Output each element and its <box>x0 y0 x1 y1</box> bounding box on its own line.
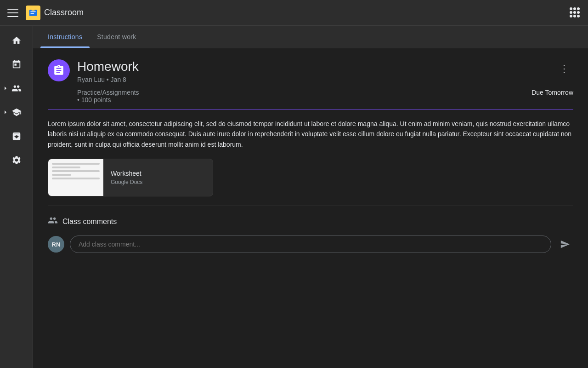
content-area: Instructions Student work Homework Ryan … <box>33 26 588 368</box>
sidebar-item-calendar[interactable] <box>4 53 29 75</box>
assignment-category: Practice/Assignments • 100 points <box>77 89 139 104</box>
comments-header: Class comments <box>48 215 573 228</box>
topbar: Classroom <box>0 0 588 26</box>
sidebar-item-people[interactable] <box>4 77 29 99</box>
comments-title: Class comments <box>62 218 117 226</box>
app-logo: Classroom <box>26 6 84 20</box>
sidebar-item-settings[interactable] <box>4 149 29 171</box>
tab-student-work[interactable]: Student work <box>90 26 143 48</box>
google-apps-button[interactable] <box>570 7 581 18</box>
assignment-title-area: Homework Ryan Luu • Jan 8 <box>77 59 548 83</box>
commenter-avatar: RN <box>48 236 64 253</box>
page-content: Homework Ryan Luu • Jan 8 ⋮ Practice/Ass… <box>33 48 588 368</box>
svg-rect-2 <box>30 13 34 14</box>
attachment-type: Google Docs <box>111 179 205 185</box>
assignment-icon <box>48 59 70 81</box>
attachment-name: Worksheet <box>111 170 205 177</box>
app-name: Classroom <box>44 8 84 17</box>
attachment-card[interactable]: Worksheet Google Docs <box>48 159 213 196</box>
assignment-due: Due Tomorrow <box>531 89 573 96</box>
attachment-info: Worksheet Google Docs <box>103 164 213 191</box>
svg-rect-1 <box>30 11 36 12</box>
main-layout: Instructions Student work Homework Ryan … <box>0 26 588 368</box>
svg-rect-3 <box>32 9 35 10</box>
tab-instructions[interactable]: Instructions <box>40 26 90 48</box>
comment-send-button[interactable] <box>557 236 573 253</box>
comment-input-row: RN <box>48 236 573 253</box>
comments-icon <box>48 215 58 228</box>
assignment-header: Homework Ryan Luu • Jan 8 ⋮ <box>48 59 573 83</box>
assignment-body: Lorem ipsum dolor sit amet, consectetur … <box>48 119 573 150</box>
assignment-title: Homework <box>77 59 548 74</box>
assignment-divider <box>48 109 573 109</box>
comment-input[interactable] <box>70 236 551 253</box>
comments-divider <box>48 206 573 206</box>
assignment-meta: Ryan Luu • Jan 8 <box>77 76 548 83</box>
tabs-bar: Instructions Student work <box>33 26 588 48</box>
assignment-category-row: Practice/Assignments • 100 points Due To… <box>77 89 573 104</box>
attachment-thumbnail <box>48 159 103 196</box>
menu-button[interactable] <box>7 7 18 18</box>
sidebar-item-archive[interactable] <box>4 125 29 147</box>
sidebar-item-classes[interactable] <box>4 101 29 123</box>
assignment-more-button[interactable]: ⋮ <box>555 59 573 78</box>
doc-preview <box>52 163 100 181</box>
sidebar <box>0 26 33 368</box>
classroom-logo-icon <box>26 6 40 20</box>
sidebar-item-home[interactable] <box>4 29 29 52</box>
